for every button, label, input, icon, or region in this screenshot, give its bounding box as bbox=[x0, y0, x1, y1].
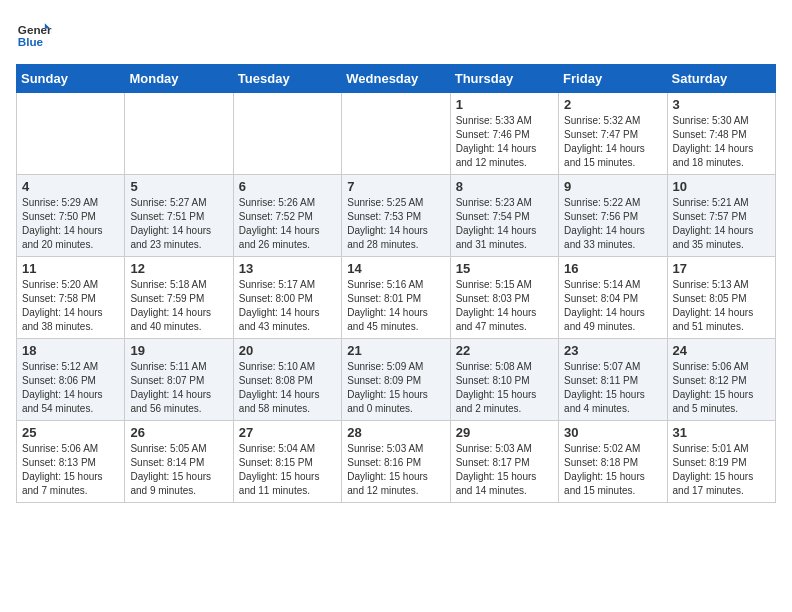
day-number: 26 bbox=[130, 425, 227, 440]
calendar-cell: 11Sunrise: 5:20 AM Sunset: 7:58 PM Dayli… bbox=[17, 257, 125, 339]
day-info: Sunrise: 5:04 AM Sunset: 8:15 PM Dayligh… bbox=[239, 442, 336, 498]
calendar-cell: 10Sunrise: 5:21 AM Sunset: 7:57 PM Dayli… bbox=[667, 175, 775, 257]
calendar-cell: 16Sunrise: 5:14 AM Sunset: 8:04 PM Dayli… bbox=[559, 257, 667, 339]
calendar-cell: 30Sunrise: 5:02 AM Sunset: 8:18 PM Dayli… bbox=[559, 421, 667, 503]
logo: General Blue bbox=[16, 16, 52, 52]
svg-text:Blue: Blue bbox=[18, 35, 44, 48]
calendar-cell: 29Sunrise: 5:03 AM Sunset: 8:17 PM Dayli… bbox=[450, 421, 558, 503]
calendar-cell: 31Sunrise: 5:01 AM Sunset: 8:19 PM Dayli… bbox=[667, 421, 775, 503]
logo-icon: General Blue bbox=[16, 16, 52, 52]
calendar-cell bbox=[125, 93, 233, 175]
day-number: 11 bbox=[22, 261, 119, 276]
day-number: 24 bbox=[673, 343, 770, 358]
calendar-cell: 24Sunrise: 5:06 AM Sunset: 8:12 PM Dayli… bbox=[667, 339, 775, 421]
day-number: 20 bbox=[239, 343, 336, 358]
day-info: Sunrise: 5:27 AM Sunset: 7:51 PM Dayligh… bbox=[130, 196, 227, 252]
day-number: 16 bbox=[564, 261, 661, 276]
calendar-cell: 28Sunrise: 5:03 AM Sunset: 8:16 PM Dayli… bbox=[342, 421, 450, 503]
day-number: 12 bbox=[130, 261, 227, 276]
day-number: 1 bbox=[456, 97, 553, 112]
col-header-tuesday: Tuesday bbox=[233, 65, 341, 93]
day-info: Sunrise: 5:16 AM Sunset: 8:01 PM Dayligh… bbox=[347, 278, 444, 334]
day-info: Sunrise: 5:10 AM Sunset: 8:08 PM Dayligh… bbox=[239, 360, 336, 416]
day-number: 19 bbox=[130, 343, 227, 358]
day-number: 8 bbox=[456, 179, 553, 194]
calendar-cell: 21Sunrise: 5:09 AM Sunset: 8:09 PM Dayli… bbox=[342, 339, 450, 421]
calendar-cell bbox=[342, 93, 450, 175]
col-header-friday: Friday bbox=[559, 65, 667, 93]
page-header: General Blue bbox=[16, 16, 776, 52]
day-number: 9 bbox=[564, 179, 661, 194]
day-number: 23 bbox=[564, 343, 661, 358]
calendar-cell: 12Sunrise: 5:18 AM Sunset: 7:59 PM Dayli… bbox=[125, 257, 233, 339]
calendar-cell: 20Sunrise: 5:10 AM Sunset: 8:08 PM Dayli… bbox=[233, 339, 341, 421]
day-number: 25 bbox=[22, 425, 119, 440]
col-header-wednesday: Wednesday bbox=[342, 65, 450, 93]
day-number: 29 bbox=[456, 425, 553, 440]
col-header-thursday: Thursday bbox=[450, 65, 558, 93]
day-info: Sunrise: 5:17 AM Sunset: 8:00 PM Dayligh… bbox=[239, 278, 336, 334]
day-number: 27 bbox=[239, 425, 336, 440]
calendar-cell: 18Sunrise: 5:12 AM Sunset: 8:06 PM Dayli… bbox=[17, 339, 125, 421]
calendar-cell: 3Sunrise: 5:30 AM Sunset: 7:48 PM Daylig… bbox=[667, 93, 775, 175]
calendar-cell bbox=[17, 93, 125, 175]
calendar-week-1: 1Sunrise: 5:33 AM Sunset: 7:46 PM Daylig… bbox=[17, 93, 776, 175]
day-number: 22 bbox=[456, 343, 553, 358]
calendar-cell: 4Sunrise: 5:29 AM Sunset: 7:50 PM Daylig… bbox=[17, 175, 125, 257]
calendar-cell: 13Sunrise: 5:17 AM Sunset: 8:00 PM Dayli… bbox=[233, 257, 341, 339]
day-info: Sunrise: 5:08 AM Sunset: 8:10 PM Dayligh… bbox=[456, 360, 553, 416]
day-info: Sunrise: 5:29 AM Sunset: 7:50 PM Dayligh… bbox=[22, 196, 119, 252]
day-number: 21 bbox=[347, 343, 444, 358]
day-number: 13 bbox=[239, 261, 336, 276]
day-number: 15 bbox=[456, 261, 553, 276]
day-number: 2 bbox=[564, 97, 661, 112]
day-info: Sunrise: 5:25 AM Sunset: 7:53 PM Dayligh… bbox=[347, 196, 444, 252]
day-number: 14 bbox=[347, 261, 444, 276]
day-number: 4 bbox=[22, 179, 119, 194]
calendar-cell: 17Sunrise: 5:13 AM Sunset: 8:05 PM Dayli… bbox=[667, 257, 775, 339]
day-info: Sunrise: 5:30 AM Sunset: 7:48 PM Dayligh… bbox=[673, 114, 770, 170]
day-info: Sunrise: 5:14 AM Sunset: 8:04 PM Dayligh… bbox=[564, 278, 661, 334]
calendar-table: SundayMondayTuesdayWednesdayThursdayFrid… bbox=[16, 64, 776, 503]
calendar-week-4: 18Sunrise: 5:12 AM Sunset: 8:06 PM Dayli… bbox=[17, 339, 776, 421]
calendar-cell: 2Sunrise: 5:32 AM Sunset: 7:47 PM Daylig… bbox=[559, 93, 667, 175]
calendar-cell: 8Sunrise: 5:23 AM Sunset: 7:54 PM Daylig… bbox=[450, 175, 558, 257]
day-info: Sunrise: 5:26 AM Sunset: 7:52 PM Dayligh… bbox=[239, 196, 336, 252]
calendar-cell: 23Sunrise: 5:07 AM Sunset: 8:11 PM Dayli… bbox=[559, 339, 667, 421]
calendar-cell: 14Sunrise: 5:16 AM Sunset: 8:01 PM Dayli… bbox=[342, 257, 450, 339]
day-info: Sunrise: 5:01 AM Sunset: 8:19 PM Dayligh… bbox=[673, 442, 770, 498]
calendar-week-2: 4Sunrise: 5:29 AM Sunset: 7:50 PM Daylig… bbox=[17, 175, 776, 257]
day-number: 30 bbox=[564, 425, 661, 440]
col-header-sunday: Sunday bbox=[17, 65, 125, 93]
day-info: Sunrise: 5:20 AM Sunset: 7:58 PM Dayligh… bbox=[22, 278, 119, 334]
day-number: 28 bbox=[347, 425, 444, 440]
calendar-cell: 15Sunrise: 5:15 AM Sunset: 8:03 PM Dayli… bbox=[450, 257, 558, 339]
day-info: Sunrise: 5:06 AM Sunset: 8:13 PM Dayligh… bbox=[22, 442, 119, 498]
day-info: Sunrise: 5:07 AM Sunset: 8:11 PM Dayligh… bbox=[564, 360, 661, 416]
day-info: Sunrise: 5:12 AM Sunset: 8:06 PM Dayligh… bbox=[22, 360, 119, 416]
calendar-cell: 1Sunrise: 5:33 AM Sunset: 7:46 PM Daylig… bbox=[450, 93, 558, 175]
day-info: Sunrise: 5:18 AM Sunset: 7:59 PM Dayligh… bbox=[130, 278, 227, 334]
day-info: Sunrise: 5:09 AM Sunset: 8:09 PM Dayligh… bbox=[347, 360, 444, 416]
calendar-week-5: 25Sunrise: 5:06 AM Sunset: 8:13 PM Dayli… bbox=[17, 421, 776, 503]
day-info: Sunrise: 5:05 AM Sunset: 8:14 PM Dayligh… bbox=[130, 442, 227, 498]
calendar-cell bbox=[233, 93, 341, 175]
day-info: Sunrise: 5:02 AM Sunset: 8:18 PM Dayligh… bbox=[564, 442, 661, 498]
day-info: Sunrise: 5:13 AM Sunset: 8:05 PM Dayligh… bbox=[673, 278, 770, 334]
col-header-monday: Monday bbox=[125, 65, 233, 93]
day-info: Sunrise: 5:32 AM Sunset: 7:47 PM Dayligh… bbox=[564, 114, 661, 170]
calendar-cell: 19Sunrise: 5:11 AM Sunset: 8:07 PM Dayli… bbox=[125, 339, 233, 421]
day-number: 10 bbox=[673, 179, 770, 194]
calendar-week-3: 11Sunrise: 5:20 AM Sunset: 7:58 PM Dayli… bbox=[17, 257, 776, 339]
day-number: 3 bbox=[673, 97, 770, 112]
calendar-cell: 27Sunrise: 5:04 AM Sunset: 8:15 PM Dayli… bbox=[233, 421, 341, 503]
calendar-cell: 9Sunrise: 5:22 AM Sunset: 7:56 PM Daylig… bbox=[559, 175, 667, 257]
day-info: Sunrise: 5:22 AM Sunset: 7:56 PM Dayligh… bbox=[564, 196, 661, 252]
calendar-cell: 26Sunrise: 5:05 AM Sunset: 8:14 PM Dayli… bbox=[125, 421, 233, 503]
calendar-cell: 5Sunrise: 5:27 AM Sunset: 7:51 PM Daylig… bbox=[125, 175, 233, 257]
day-info: Sunrise: 5:11 AM Sunset: 8:07 PM Dayligh… bbox=[130, 360, 227, 416]
day-info: Sunrise: 5:21 AM Sunset: 7:57 PM Dayligh… bbox=[673, 196, 770, 252]
day-number: 7 bbox=[347, 179, 444, 194]
calendar-cell: 6Sunrise: 5:26 AM Sunset: 7:52 PM Daylig… bbox=[233, 175, 341, 257]
day-number: 17 bbox=[673, 261, 770, 276]
